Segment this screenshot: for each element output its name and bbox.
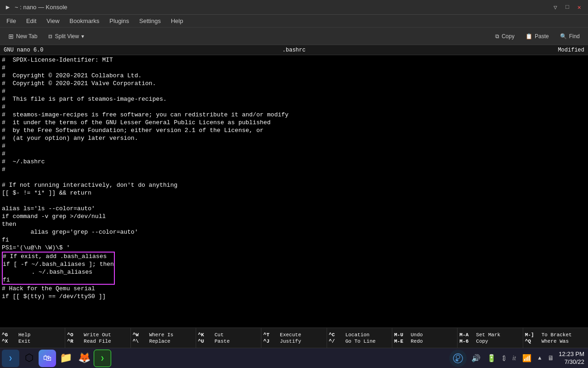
- justify-key: ^J: [263, 338, 278, 345]
- copy-sc-label: Copy: [476, 338, 488, 345]
- steam-icon: [453, 353, 463, 363]
- copy-sc-key: M-6: [459, 338, 474, 345]
- editor-area[interactable]: # SPDX-License-Identifier: MIT # # Copyr…: [0, 55, 588, 328]
- window-title: ~ : nano — Konsole: [15, 4, 68, 11]
- tobracket-key: M-]: [525, 332, 540, 338]
- location-label: Location: [345, 332, 370, 338]
- setmark-key: M-A: [459, 332, 474, 338]
- shortcut-col-4: ^T Execute ^J Justify: [261, 328, 327, 348]
- menu-file[interactable]: File: [2, 16, 21, 26]
- find-icon: 🔍: [560, 33, 567, 40]
- close-button[interactable]: ✕: [574, 2, 584, 12]
- toolbar-right: ⧉ Copy 📋 Paste 🔍 Find: [491, 31, 584, 41]
- minimize-button[interactable]: ▽: [550, 2, 560, 12]
- read-key: ^R: [67, 338, 82, 345]
- read-label: Read File: [84, 338, 111, 345]
- where-label: Where Is: [149, 332, 174, 338]
- execute-key: ^T: [263, 332, 278, 338]
- shortcut-help: ^G Help: [2, 332, 63, 338]
- shortcut-tobracket: M-] To Bracket: [525, 332, 586, 338]
- taskbar-clock[interactable]: 12:23 PM 7/30/22: [559, 351, 584, 366]
- menubar: File Edit View Bookmarks Plugins Setting…: [0, 15, 588, 28]
- window-controls: ▽ □ ✕: [550, 2, 584, 12]
- shortcut-exit: ^X Exit: [2, 338, 63, 345]
- editor-content: # SPDX-License-Identifier: MIT # # Copyr…: [2, 56, 586, 300]
- help-key: ^G: [2, 332, 17, 338]
- paste-key: ^U: [198, 338, 213, 345]
- shortcut-read: ^R Read File: [67, 338, 128, 345]
- redo-label: Redo: [411, 338, 423, 345]
- undo-label: Undo: [411, 332, 423, 338]
- menu-help[interactable]: Help: [166, 16, 188, 26]
- nano-statusbar: GNU nano 6.0 .bashrc Modified: [0, 45, 588, 55]
- nano-version: GNU nano 6.0: [4, 47, 197, 53]
- write-label: Write Out: [84, 332, 111, 338]
- menu-edit[interactable]: Edit: [22, 16, 41, 26]
- justify-label: Justify: [280, 338, 301, 345]
- wherewas-label: Where Was: [542, 338, 569, 345]
- keyboard-icon[interactable]: it: [510, 353, 518, 364]
- copy-button[interactable]: ⧉ Copy: [491, 31, 519, 41]
- execute-label: Execute: [280, 332, 301, 338]
- titlebar: ▶ ~ : nano — Konsole ▽ □ ✕: [0, 0, 588, 15]
- wifi-icon[interactable]: 📶: [520, 352, 533, 365]
- exit-key: ^X: [2, 338, 17, 345]
- paste-button[interactable]: 📋 Paste: [521, 31, 554, 41]
- network-icon[interactable]: ▲: [536, 353, 543, 363]
- taskbar-firefox[interactable]: 🦊: [75, 350, 93, 367]
- setmark-label: Set Mark: [476, 332, 500, 338]
- paste-icon: 📋: [526, 33, 532, 40]
- taskbar: ❯ ⬡ 🛍 📁 🦊 ❯ 🔊 🔋 ₿ it 📶 ▲ 🖥 12:23 PM 7/: [0, 348, 588, 368]
- paste-label: Paste: [535, 33, 549, 40]
- taskbar-konsole[interactable]: ❯: [94, 350, 111, 367]
- shortcut-execute: ^T Execute: [263, 332, 324, 338]
- taskbar-terminal[interactable]: ❯: [2, 350, 19, 367]
- menu-view[interactable]: View: [42, 16, 64, 26]
- monitor-icon[interactable]: 🖥: [546, 353, 556, 364]
- clock-time: 12:23 PM: [559, 351, 584, 358]
- shortcut-col-8: M-] To Bracket ^Q Where Was: [523, 328, 588, 348]
- shortcut-write: ^O Write Out: [67, 332, 128, 338]
- cut-label: Cut: [215, 332, 224, 338]
- shortcut-col-1: ^O Write Out ^R Read File: [65, 328, 130, 348]
- battery-icon[interactable]: 🔋: [485, 352, 498, 365]
- taskbar-discover[interactable]: ⬡: [20, 350, 38, 367]
- shortcut-replace: ^\ Replace: [133, 338, 194, 345]
- split-view-icon: ⧈: [48, 32, 52, 40]
- location-key: ^C: [329, 332, 344, 338]
- shortcut-col-5: ^C Location ^/ Go To Line: [327, 328, 392, 348]
- shortcut-redo: M-E Redo: [394, 338, 455, 345]
- clock-date: 7/30/22: [559, 358, 584, 366]
- split-view-chevron: ▾: [81, 33, 84, 40]
- menu-bookmarks[interactable]: Bookmarks: [65, 16, 104, 26]
- shortcut-col-7: M-A Set Mark M-6 Copy: [458, 328, 523, 348]
- new-tab-button[interactable]: ⊞ New Tab: [4, 31, 42, 42]
- copy-label: Copy: [502, 33, 514, 40]
- sound-icon[interactable]: 🔊: [469, 352, 482, 365]
- find-button[interactable]: 🔍 Find: [555, 31, 584, 41]
- maximize-button[interactable]: □: [562, 2, 572, 12]
- menu-settings[interactable]: Settings: [135, 16, 165, 26]
- shortcut-where: ^W Where Is: [133, 332, 194, 338]
- shortcut-cut: ^K Cut: [198, 332, 259, 338]
- taskbar-files[interactable]: 📁: [57, 350, 74, 367]
- split-view-button[interactable]: ⧈ Split View ▾: [44, 30, 88, 42]
- shortcut-location: ^C Location: [329, 332, 390, 338]
- taskbar-store[interactable]: 🛍: [39, 350, 56, 367]
- gotoline-label: Go To Line: [345, 338, 376, 345]
- copy-icon: ⧉: [495, 33, 499, 40]
- taskbar-right: 🔊 🔋 ₿ it 📶 ▲ 🖥 12:23 PM 7/30/22: [449, 350, 586, 367]
- undo-key: M-U: [394, 332, 409, 338]
- toolbar: ⊞ New Tab ⧈ Split View ▾ ⧉ Copy 📋 Paste …: [0, 28, 588, 45]
- wherewas-key: ^Q: [525, 338, 540, 345]
- shortcut-justify: ^J Justify: [263, 338, 324, 345]
- menu-plugins[interactable]: Plugins: [105, 16, 134, 26]
- bluetooth-icon[interactable]: ₿: [501, 353, 508, 364]
- shortcut-col-2: ^W Where Is ^\ Replace: [131, 328, 196, 348]
- nano-filename: .bashrc: [197, 47, 390, 53]
- shortcut-setmark: M-A Set Mark: [459, 332, 520, 338]
- exit-label: Exit: [18, 338, 30, 345]
- help-label: Help: [18, 332, 30, 338]
- steam-button[interactable]: [449, 350, 467, 367]
- tobracket-label: To Bracket: [542, 332, 572, 338]
